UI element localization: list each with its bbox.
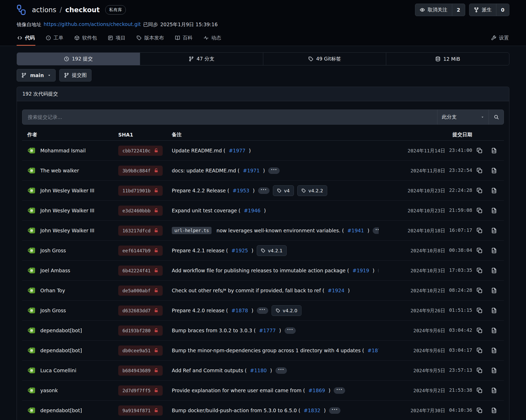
tab-code[interactable]: 代码 bbox=[17, 31, 35, 46]
browse-source-button[interactable] bbox=[491, 208, 497, 213]
issue-link[interactable]: #1777 bbox=[259, 328, 276, 333]
copy-sha-button[interactable] bbox=[477, 328, 482, 333]
copy-sha-button[interactable] bbox=[477, 208, 482, 213]
commit-sha-link[interactable]: 9a9194f871 bbox=[118, 405, 163, 416]
commit-message: docs: update README.md (#1971)··· bbox=[172, 167, 379, 174]
commit-sha-link[interactable]: b684943689 bbox=[118, 365, 163, 376]
commit-sha-link[interactable]: cbb722410c bbox=[118, 146, 163, 156]
browse-source-button[interactable] bbox=[491, 268, 497, 273]
tag-chip[interactable]: v4.2.1 bbox=[257, 245, 287, 256]
issue-link[interactable]: #1919 bbox=[352, 268, 369, 273]
issue-link[interactable]: #1946 bbox=[244, 208, 260, 213]
copy-sha-button[interactable] bbox=[477, 168, 482, 173]
commit-sha-link[interactable]: 163217dfcd bbox=[118, 226, 163, 236]
expand-commit-button[interactable]: ··· bbox=[373, 227, 379, 234]
site-logo-icon[interactable] bbox=[17, 4, 26, 15]
issue-link[interactable]: #1872 bbox=[367, 348, 379, 353]
commit-sha-link[interactable]: db0cee9a51 bbox=[118, 346, 163, 356]
copy-sha-button[interactable] bbox=[477, 268, 482, 273]
browse-source-button[interactable] bbox=[491, 368, 497, 373]
copy-sha-button[interactable] bbox=[477, 148, 482, 153]
browse-source-button[interactable] bbox=[491, 228, 497, 233]
tab-releases[interactable]: 版本发布 bbox=[136, 31, 165, 46]
browse-source-button[interactable] bbox=[491, 188, 497, 193]
commit-search-input[interactable] bbox=[22, 110, 437, 124]
tag-chip[interactable]: v4 bbox=[273, 185, 294, 196]
stat-size[interactable]: 12 MiB bbox=[386, 53, 509, 65]
issue-link[interactable]: #1924 bbox=[328, 288, 344, 293]
commit-graph-button[interactable]: 提交图 bbox=[59, 69, 91, 82]
commit-sha-link[interactable]: 2d7d9f7ff5 bbox=[118, 385, 163, 396]
browse-source-button[interactable] bbox=[491, 388, 497, 393]
watchers-count[interactable]: 2 bbox=[452, 4, 465, 16]
breadcrumb-separator: / bbox=[60, 6, 62, 14]
browse-source-button[interactable] bbox=[491, 288, 497, 293]
commit-sha-link[interactable]: 11bd71901b bbox=[118, 186, 163, 196]
browse-source-button[interactable] bbox=[491, 408, 497, 413]
copy-sha-button[interactable] bbox=[477, 308, 482, 313]
issue-link[interactable]: #1941 bbox=[347, 228, 364, 233]
tab-packages[interactable]: 软件包 bbox=[74, 31, 97, 46]
tag-chip[interactable]: v4.2.0 bbox=[272, 305, 301, 316]
search-button[interactable] bbox=[489, 110, 504, 124]
browse-source-button[interactable] bbox=[491, 168, 497, 173]
browse-source-button[interactable] bbox=[491, 308, 497, 313]
tab-activity[interactable]: 动态 bbox=[203, 31, 222, 46]
commit-sha-link[interactable]: 6b42224f41 bbox=[118, 266, 163, 276]
copy-sha-button[interactable] bbox=[477, 248, 482, 253]
browse-source-button[interactable] bbox=[491, 348, 497, 353]
stat-commits[interactable]: 192 提交 bbox=[17, 53, 140, 65]
tab-wiki[interactable]: 百科 bbox=[174, 31, 193, 46]
tag-chip[interactable]: v4.2.2 bbox=[297, 185, 327, 196]
commit-sha-link[interactable]: eef61447b9 bbox=[118, 246, 163, 256]
tab-settings[interactable]: 设置 bbox=[491, 31, 509, 46]
copy-sha-button[interactable] bbox=[477, 388, 482, 393]
copy-sha-button[interactable] bbox=[477, 288, 482, 293]
copy-sha-button[interactable] bbox=[477, 228, 482, 233]
copy-sha-button[interactable] bbox=[477, 408, 482, 413]
issue-link[interactable]: #1832 bbox=[304, 408, 320, 413]
commit-sha-link[interactable]: e3d2460bbb bbox=[118, 206, 163, 216]
issue-link[interactable]: #1971 bbox=[243, 168, 260, 173]
issue-link[interactable]: #1878 bbox=[231, 308, 248, 313]
repo-owner-link[interactable]: actions bbox=[32, 6, 56, 14]
issue-link[interactable]: #1977 bbox=[229, 148, 245, 153]
copy-sha-button[interactable] bbox=[477, 368, 482, 373]
expand-commit-button[interactable]: ··· bbox=[258, 187, 269, 194]
issue-link[interactable]: #1180 bbox=[250, 368, 267, 373]
issue-link[interactable]: #1869 bbox=[308, 388, 325, 393]
issue-link[interactable]: #1925 bbox=[231, 248, 248, 253]
unlocked-icon bbox=[154, 268, 159, 273]
branch-scope-select[interactable]: 此分支 bbox=[437, 110, 489, 124]
stat-branches[interactable]: 47 分支 bbox=[140, 53, 263, 65]
commit-sha-link[interactable]: de5a000abf bbox=[118, 286, 163, 296]
fork-button[interactable]: 派生 0 bbox=[469, 4, 509, 16]
issue-link[interactable]: #1953 bbox=[233, 188, 249, 193]
chevron-down-icon bbox=[48, 74, 51, 77]
commit-sha-link[interactable]: 3b9b8c884f bbox=[118, 166, 163, 176]
file-code-icon bbox=[491, 228, 497, 233]
browse-source-button[interactable] bbox=[491, 328, 497, 333]
stat-tags[interactable]: 49 Git标签 bbox=[263, 53, 386, 65]
expand-commit-button[interactable]: ··· bbox=[275, 367, 287, 374]
expand-commit-button[interactable]: ··· bbox=[285, 327, 296, 334]
tab-projects[interactable]: 项目 bbox=[107, 31, 126, 46]
commit-author: John Wesley Walker III bbox=[40, 228, 94, 233]
branch-selector[interactable]: main bbox=[17, 69, 56, 82]
unwatch-button[interactable]: 取消关注 2 bbox=[415, 4, 465, 16]
expand-commit-button[interactable]: ··· bbox=[268, 167, 280, 174]
expand-commit-button[interactable]: ··· bbox=[257, 307, 268, 314]
forks-count[interactable]: 0 bbox=[496, 4, 509, 16]
expand-commit-button[interactable]: ··· bbox=[329, 407, 340, 414]
copy-sha-button[interactable] bbox=[477, 348, 482, 353]
tab-issues[interactable]: 工单 bbox=[45, 31, 64, 46]
wiki-icon bbox=[175, 35, 180, 40]
mirror-url-link[interactable]: https://github.com/actions/checkout.git bbox=[44, 21, 141, 28]
repo-name-link[interactable]: checkout bbox=[65, 6, 100, 14]
copy-sha-button[interactable] bbox=[477, 188, 482, 193]
commit-sha-link[interactable]: 6d193bf280 bbox=[118, 326, 163, 336]
browse-source-button[interactable] bbox=[491, 248, 497, 253]
browse-source-button[interactable] bbox=[491, 148, 497, 153]
commit-sha-link[interactable]: d632683dd7 bbox=[118, 306, 163, 316]
expand-commit-button[interactable]: ··· bbox=[334, 387, 345, 394]
